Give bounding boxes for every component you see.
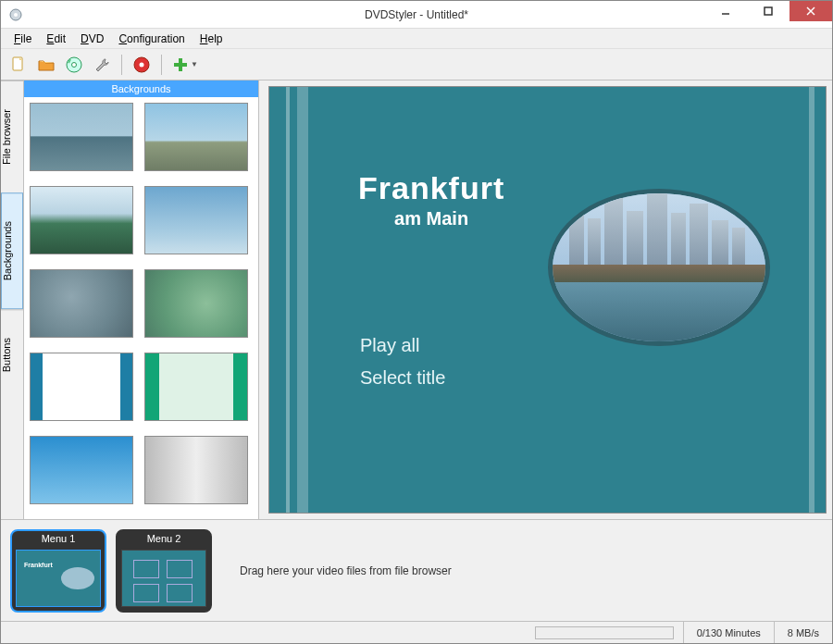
window-title: DVDStyler - Untitled* (365, 8, 468, 21)
menu-preview[interactable]: Frankfurt am Main Play all Select title (268, 86, 827, 514)
timeline-thumb-preview (121, 550, 206, 607)
statusbar: 0/130 Minutes 8 MB/s (1, 621, 832, 643)
maximize-button[interactable] (747, 1, 789, 21)
new-file-icon[interactable] (6, 53, 31, 77)
preview-options: Play all Select title (360, 335, 445, 400)
timeline-menu-thumb[interactable]: Menu 1 Frankfurt (10, 529, 106, 613)
system-buttons (704, 1, 832, 21)
settings-wrench-icon[interactable] (90, 53, 114, 77)
progress-bar (535, 626, 674, 639)
toolbar: ▼ (1, 49, 832, 80)
side-tabs: File browser Backgrounds Buttons (1, 80, 24, 519)
option-select-title[interactable]: Select title (360, 367, 445, 389)
background-thumb[interactable] (144, 269, 248, 338)
svg-rect-3 (765, 7, 772, 15)
svg-point-9 (72, 62, 77, 67)
background-thumb[interactable] (30, 436, 133, 504)
menu-help[interactable]: Help (193, 31, 230, 47)
tab-label: Backgrounds (2, 221, 13, 280)
menu-configuration[interactable]: Configuration (111, 31, 192, 47)
open-folder-icon[interactable] (34, 53, 58, 77)
timeline[interactable]: Menu 1 Frankfurt Menu 2 Drag here your v… (1, 519, 832, 621)
app-icon (8, 7, 23, 22)
preview-image-oval[interactable] (548, 189, 770, 346)
timeline-menu-thumb[interactable]: Menu 2 (116, 529, 212, 613)
preview-pane: Frankfurt am Main Play all Select title (259, 80, 832, 519)
timeline-thumb-label: Menu 2 (118, 531, 210, 546)
add-plus-icon[interactable]: ▼ (169, 53, 201, 77)
app-window: DVDStyler - Untitled* File Edit DVD Conf… (0, 0, 833, 644)
svg-point-1 (14, 13, 18, 17)
background-thumb[interactable] (144, 103, 248, 171)
background-thumb[interactable] (144, 353, 248, 421)
menu-dvd[interactable]: DVD (73, 31, 111, 47)
timeline-hint: Drag here your video files from file bro… (221, 564, 823, 577)
menubar: File Edit DVD Configuration Help (1, 29, 832, 49)
titlebar[interactable]: DVDStyler - Untitled* (1, 1, 832, 29)
option-play-all[interactable]: Play all (360, 335, 445, 356)
background-thumb[interactable] (30, 353, 133, 421)
svg-point-11 (140, 62, 144, 67)
timeline-thumb-preview: Frankfurt (16, 550, 101, 607)
burn-disc-icon[interactable] (130, 53, 154, 77)
menu-file[interactable]: File (6, 31, 39, 47)
background-thumbnails[interactable] (24, 97, 258, 519)
status-bitrate: 8 MB/s (774, 622, 832, 643)
toolbar-separator (121, 55, 122, 75)
preview-title[interactable]: Frankfurt am Main (358, 170, 504, 229)
tab-label: Buttons (1, 338, 12, 372)
tab-buttons[interactable]: Buttons (1, 309, 23, 400)
minimize-button[interactable] (704, 1, 747, 21)
toolbar-separator (161, 55, 162, 75)
background-thumb[interactable] (144, 436, 248, 504)
tab-file-browser[interactable]: File browser (1, 80, 23, 192)
svg-rect-13 (174, 63, 187, 67)
save-disc-icon[interactable] (62, 53, 86, 77)
menu-edit[interactable]: Edit (39, 31, 73, 47)
chevron-down-icon: ▼ (191, 60, 198, 68)
background-thumb[interactable] (144, 186, 248, 254)
title-line1: Frankfurt (358, 170, 504, 206)
tab-backgrounds[interactable]: Backgrounds (1, 192, 23, 309)
panel-header: Backgrounds (24, 80, 258, 97)
background-thumb[interactable] (30, 186, 133, 254)
backgrounds-panel: Backgrounds (24, 80, 259, 519)
tab-label: File browser (1, 109, 12, 165)
status-minutes: 0/130 Minutes (683, 622, 774, 643)
title-line2: am Main (358, 208, 504, 229)
timeline-thumb-label: Menu 1 (12, 531, 105, 546)
background-thumb[interactable] (30, 269, 133, 338)
close-button[interactable] (789, 1, 832, 21)
main-body: File browser Backgrounds Buttons Backgro… (1, 80, 832, 519)
background-thumb[interactable] (30, 103, 133, 171)
